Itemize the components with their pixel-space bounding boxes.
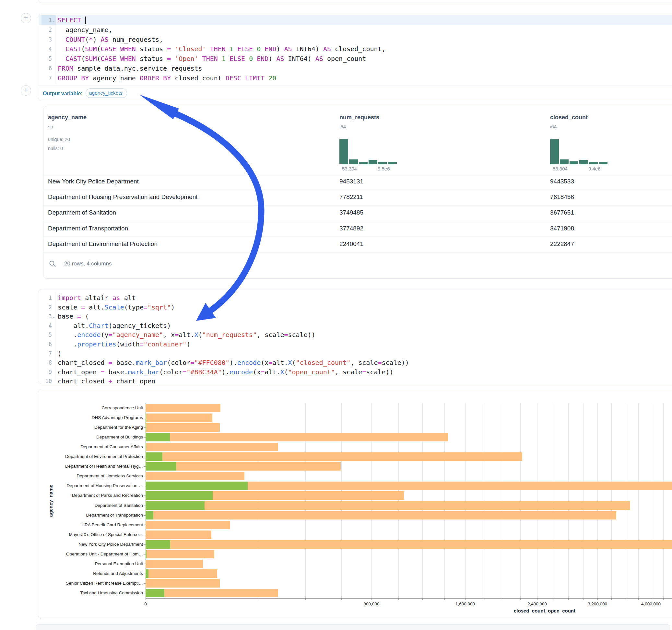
code-line[interactable]: chart_closed + chart_open <box>58 376 155 386</box>
python-gutter-divider <box>55 292 55 381</box>
previous-cell-edge <box>38 0 672 3</box>
code-line[interactable]: COUNT(*) AS num_requests, <box>58 35 163 44</box>
bar-open-count[interactable] <box>146 453 162 461</box>
bar-closed-count[interactable] <box>146 540 672 549</box>
bar-open-count[interactable] <box>146 443 146 451</box>
gridline <box>341 403 342 598</box>
column-stats: nulls: 0 <box>48 146 63 151</box>
line-number: 6 <box>39 339 52 349</box>
table-cell-closed-count[interactable]: 3677651 <box>550 209 574 216</box>
bar-closed-count[interactable] <box>146 472 244 480</box>
histogram-bar <box>388 162 397 164</box>
collapse-chevron-icon[interactable]: ⌄ <box>52 314 55 319</box>
bar-open-count[interactable] <box>146 511 153 519</box>
bar-closed-count[interactable] <box>146 404 220 412</box>
row-divider <box>44 221 672 221</box>
x-tick-label: 0 <box>123 602 168 606</box>
code-line[interactable]: .properties(width="container") <box>58 339 190 349</box>
table-cell-agency[interactable]: Department of Environmental Protection <box>48 240 158 248</box>
bar-open-count[interactable] <box>146 433 170 441</box>
gridline <box>399 403 399 598</box>
code-line[interactable]: GROUP BY agency_name ORDER BY closed_cou… <box>58 73 276 83</box>
column-type: i64 <box>339 124 346 129</box>
histogram-bar <box>378 162 387 164</box>
bar-open-count[interactable] <box>146 540 170 549</box>
bar-closed-count[interactable] <box>146 433 448 441</box>
bar-open-count[interactable] <box>146 589 164 597</box>
table-cell-agency[interactable]: New York City Police Department <box>48 178 139 185</box>
output-variable-value: agency_tickets <box>89 90 123 96</box>
bar-closed-count[interactable] <box>146 453 522 461</box>
line-number: 2 <box>39 302 52 312</box>
add-cell-button-below[interactable]: + <box>21 85 31 96</box>
code-line[interactable]: import altair as alt <box>58 293 136 303</box>
bar-open-count[interactable] <box>146 462 176 470</box>
table-cell-num-requests[interactable]: 7782211 <box>339 193 363 201</box>
bar-closed-count[interactable] <box>146 501 630 510</box>
code-line[interactable]: chart_closed = base.mark_bar(color="#FFC… <box>58 358 409 367</box>
column-name[interactable]: closed_count <box>550 114 588 121</box>
table-cell-num-requests[interactable]: 3749485 <box>339 209 363 216</box>
bar-open-count[interactable] <box>146 491 213 500</box>
table-cell-closed-count[interactable]: 3471908 <box>550 225 574 232</box>
table-cell-closed-count[interactable]: 9443533 <box>550 178 574 185</box>
bar-closed-count[interactable] <box>146 443 278 451</box>
search-icon[interactable] <box>49 260 56 268</box>
bar-open-count[interactable] <box>146 501 205 510</box>
bar-closed-count[interactable] <box>146 531 211 539</box>
table-cell-agency[interactable]: Department of Housing Preservation and D… <box>48 193 198 201</box>
table-cell-num-requests[interactable]: 9453131 <box>339 178 363 185</box>
code-line[interactable]: FROM sample_data.nyc.service_requests <box>58 64 202 73</box>
bar-closed-count[interactable] <box>146 511 616 519</box>
code-line[interactable]: CAST(SUM(CASE WHEN status = 'Open' THEN … <box>58 54 366 64</box>
table-cell-closed-count[interactable]: 7618456 <box>550 193 574 201</box>
y-category-label: Department of Health and Mental Hyg… <box>39 464 143 468</box>
table-cell-num-requests[interactable]: 3774892 <box>339 225 363 232</box>
table-cell-num-requests[interactable]: 2240041 <box>339 240 363 248</box>
bar-open-count[interactable] <box>146 482 248 490</box>
bar-closed-count[interactable] <box>146 570 217 578</box>
table-cell-agency[interactable]: Department of Sanitation <box>48 209 116 216</box>
bar-closed-count[interactable] <box>146 413 212 422</box>
bar-closed-count[interactable] <box>146 560 203 568</box>
column-name[interactable]: num_requests <box>339 114 379 121</box>
code-line[interactable]: SELECT <box>58 15 86 25</box>
table-cell-closed-count[interactable]: 2222847 <box>550 240 574 248</box>
line-number: 4 <box>39 44 52 54</box>
bar-open-count[interactable] <box>146 423 146 432</box>
bar-closed-count[interactable] <box>146 550 214 558</box>
bar-closed-count[interactable] <box>146 579 220 587</box>
line-number: 7 <box>39 349 52 358</box>
gridline <box>611 403 612 598</box>
bar-closed-count[interactable] <box>146 521 230 529</box>
histogram-bar <box>339 139 348 164</box>
y-category-label: HRA Benefit Card Replacement <box>39 523 143 527</box>
line-number: 2 <box>39 25 52 35</box>
x-tick-label: 800,000 <box>349 602 394 606</box>
table-cell-agency[interactable]: Department of Transportation <box>48 225 128 232</box>
code-line[interactable]: chart_open = base.mark_bar(color="#8BC34… <box>58 367 393 377</box>
add-cell-button-top[interactable]: + <box>21 13 31 23</box>
code-line[interactable]: alt.Chart(agency_tickets) <box>58 321 171 331</box>
bar-closed-count[interactable] <box>146 589 278 597</box>
row-divider <box>44 190 672 190</box>
code-line[interactable]: agency_name, <box>58 25 113 35</box>
bar-open-count[interactable] <box>146 570 148 578</box>
bar-open-count[interactable] <box>146 413 146 422</box>
column-name[interactable]: agency_name <box>48 114 87 121</box>
bar-closed-count[interactable] <box>146 423 220 432</box>
code-line[interactable]: scale = alt.Scale(type="sqrt") <box>58 302 175 312</box>
output-variable-pill[interactable]: agency_tickets <box>86 89 127 98</box>
line-number: 6 <box>39 64 52 73</box>
gridline <box>520 403 521 598</box>
collapse-chevron-icon[interactable]: ⌄ <box>52 18 55 23</box>
bar-open-count[interactable] <box>146 550 146 558</box>
code-line[interactable]: .encode(y="agency_name", x=alt.X("num_re… <box>58 330 315 340</box>
gridline <box>663 403 664 598</box>
line-number: 7 <box>39 73 52 83</box>
gridline <box>537 403 537 598</box>
code-line[interactable]: ) <box>58 349 62 358</box>
code-line[interactable]: CAST(SUM(CASE WHEN status = 'Closed' THE… <box>58 44 386 54</box>
sql-output-divider <box>38 86 672 86</box>
code-line[interactable]: base = ( <box>58 311 89 321</box>
